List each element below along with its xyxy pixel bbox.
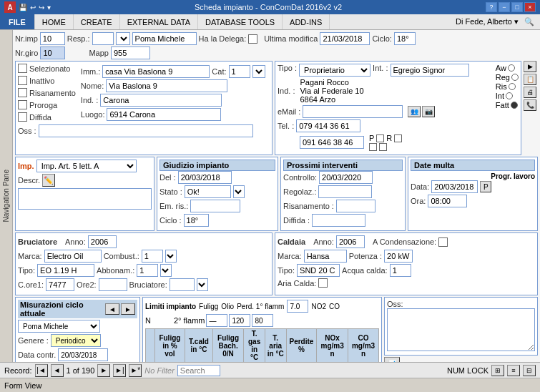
co-val[interactable] <box>252 314 273 327</box>
icon-btn-4[interactable]: 📞 <box>524 99 536 111</box>
aw-radio-btn[interactable] <box>508 64 515 72</box>
oss-textarea[interactable] <box>387 308 535 351</box>
quick-access-save[interactable]: 💾 <box>19 4 27 11</box>
cal-anno-input[interactable] <box>336 235 365 248</box>
core1-input[interactable] <box>46 278 74 291</box>
imm-input[interactable] <box>102 65 210 78</box>
data-input[interactable] <box>431 180 478 193</box>
poma-michele-input[interactable] <box>132 32 197 45</box>
tel1-input[interactable] <box>296 119 360 132</box>
fatt-radio-btn[interactable] <box>511 102 518 109</box>
combust-input[interactable] <box>142 250 163 263</box>
ciclo2-input[interactable] <box>184 214 209 227</box>
selezionato-checkbox[interactable] <box>18 64 27 73</box>
quick-access-undo[interactable]: ↩ <box>30 4 36 11</box>
cal-marca-input[interactable] <box>304 250 347 263</box>
nrgiro-input[interactable] <box>40 46 65 59</box>
bruciatore2-dropdown[interactable] <box>197 278 208 291</box>
email-input[interactable] <box>303 105 403 118</box>
regolaz-input[interactable] <box>318 185 372 198</box>
stato-input[interactable] <box>185 185 231 198</box>
combust-dropdown[interactable] <box>165 250 177 263</box>
cat-input[interactable] <box>229 65 250 78</box>
risanamento-checkbox[interactable] <box>18 88 27 97</box>
ris-radio-btn[interactable] <box>509 83 516 90</box>
ultima-modifica-input[interactable] <box>320 32 370 45</box>
tab-add-ins[interactable]: ADD-INS <box>283 14 330 29</box>
flamm2-dash[interactable] <box>206 314 227 327</box>
minimize-btn[interactable]: − <box>499 2 510 12</box>
first-record-btn[interactable]: |◄ <box>35 364 48 377</box>
edit-icon[interactable]: ✏️ <box>42 174 55 187</box>
potenza-input[interactable] <box>384 250 413 263</box>
help-btn[interactable]: ? <box>486 2 497 12</box>
table-icon[interactable]: 📊 <box>384 357 400 362</box>
no2-val[interactable] <box>229 314 250 327</box>
bur-anno-input[interactable] <box>88 235 117 248</box>
ciclo-input[interactable] <box>394 32 416 45</box>
last-record-btn[interactable]: ►| <box>113 364 126 377</box>
imp-select[interactable]: Imp. Art. 5 lett. A <box>36 160 137 172</box>
bruciatore2-input[interactable] <box>170 278 195 291</box>
luogo-input[interactable] <box>107 108 221 121</box>
descr-textarea[interactable] <box>18 188 152 210</box>
diffida2-input[interactable] <box>312 214 365 227</box>
layout-icon1[interactable]: ⊞ <box>491 365 504 376</box>
prev-mis-btn[interactable]: ◄ <box>105 303 119 315</box>
people-icon[interactable]: 👥 <box>408 106 421 117</box>
ora-input[interactable] <box>428 195 467 207</box>
tab-file[interactable]: FILE <box>0 14 35 29</box>
user-menu[interactable]: Di Fede, Alberto ▾ 🔍 <box>450 14 540 29</box>
reg-radio-btn[interactable] <box>511 74 519 81</box>
next-record-btn[interactable]: ► <box>97 364 110 377</box>
mis-person-select[interactable]: Poma Michele <box>18 320 100 333</box>
tel2-input[interactable] <box>300 136 364 149</box>
quick-access-redo[interactable]: ↪ <box>39 4 44 11</box>
int-input[interactable] <box>391 64 469 77</box>
icon-btn-3[interactable]: 🖨 <box>524 87 536 98</box>
proroga-checkbox[interactable] <box>18 100 27 109</box>
tab-create[interactable]: CREATE <box>74 14 120 29</box>
tab-external-data[interactable]: EXTERNAL DATA <box>120 14 198 29</box>
risanamento2-input[interactable] <box>336 200 375 212</box>
resp-dropdown[interactable] <box>116 32 130 45</box>
icon-btn-1[interactable]: ▶ <box>524 61 536 72</box>
next-mis-btn[interactable]: ► <box>121 303 135 315</box>
search-icon[interactable]: 🔍 <box>524 17 534 26</box>
genere-select[interactable]: Periodico <box>51 334 101 347</box>
maximize-btn[interactable]: □ <box>511 2 523 12</box>
emris-input[interactable] <box>190 200 240 212</box>
acquacalda-input[interactable] <box>390 264 411 277</box>
pr-check-b[interactable] <box>379 143 387 151</box>
controllo-input[interactable] <box>319 171 373 184</box>
datacontr-input[interactable] <box>58 348 108 361</box>
del-input[interactable] <box>178 171 232 184</box>
search-input[interactable] <box>177 365 220 376</box>
ariacalda-checkbox[interactable] <box>318 278 328 288</box>
ind-input[interactable] <box>100 94 222 107</box>
tab-database-tools[interactable]: DATABASE TOOLS <box>198 14 283 29</box>
r-checkbox[interactable] <box>394 134 402 142</box>
tab-home[interactable]: HOME <box>35 14 74 29</box>
oss-input[interactable] <box>39 124 253 137</box>
hala-checkbox[interactable] <box>248 34 257 44</box>
bur-marca-input[interactable] <box>44 250 102 263</box>
camera-icon[interactable]: 📷 <box>422 106 435 117</box>
acondensazione-checkbox[interactable] <box>438 237 448 247</box>
nome-input[interactable] <box>106 79 227 92</box>
cal-tipo-input[interactable] <box>297 264 340 277</box>
stato-dropdown[interactable] <box>233 185 245 198</box>
abbonam-dropdown[interactable] <box>160 264 172 277</box>
inattivo-checkbox[interactable] <box>18 76 27 85</box>
ore2-input[interactable] <box>99 278 127 291</box>
mapp-input[interactable] <box>111 46 150 59</box>
perd-value[interactable] <box>287 300 308 313</box>
icon-btn-2[interactable]: 📋 <box>524 74 536 85</box>
p-btn[interactable]: P <box>480 181 491 192</box>
diffida-checkbox[interactable] <box>18 112 27 122</box>
int-radio-btn[interactable] <box>506 92 513 99</box>
cat-dropdown[interactable] <box>252 65 265 78</box>
nrimp-input[interactable] <box>40 32 65 45</box>
close-btn[interactable]: × <box>524 2 536 12</box>
tipo-select[interactable]: Proprietario <box>299 64 370 77</box>
